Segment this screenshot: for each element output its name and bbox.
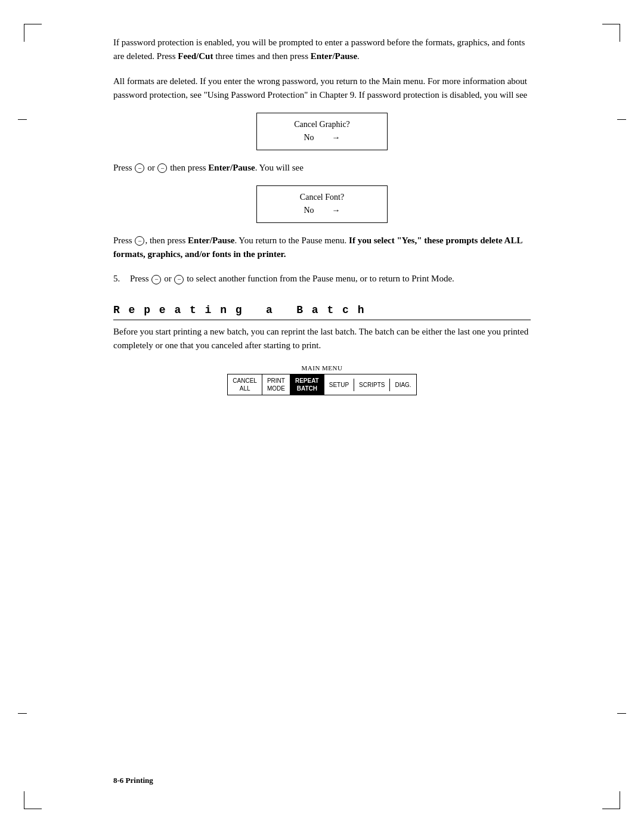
menu-item-repeat-batch: REPEATBATCH [290,374,324,395]
cancel-graphic-line2-row: No → [267,131,377,144]
cancel-font-box: Cancel Font? No → [256,185,388,223]
corner-mark-top-left [24,24,42,42]
cancel-font-line1: Cancel Font? [267,191,377,204]
cancel-graphic-line1: Cancel Graphic? [267,118,377,131]
enter-pause-bold-3: Enter/Pause [188,236,234,245]
menu-label: MAIN MENU [113,364,531,371]
corner-mark-bottom-right [602,791,620,809]
cancel-graphic-box: Cancel Graphic? No → [256,113,388,150]
step-5-item: 5. Press − or − to select another functi… [113,272,531,286]
p2-text: All formats are deleted. If you enter th… [113,76,527,100]
tick-right-bottom [617,713,626,714]
minus-circle-5: − [174,275,184,284]
menu-item-diag: DIAG. [390,379,416,391]
minus-circle-3: − [135,236,144,246]
paragraph-password-protection: If password protection is enabled, you w… [113,36,531,64]
minus-circle-4: − [151,275,161,284]
cancel-graphic-arrow: → [332,131,340,144]
cancel-font-no: No [304,204,314,217]
batch-text: Before you start printing a new batch, y… [113,327,528,350]
paragraph-all-formats: All formats are deleted. If you enter th… [113,75,531,103]
corner-mark-top-right [602,24,620,42]
cancel-graphic-no: No [304,131,314,144]
step-5-text: Press − or − to select another function … [130,272,454,286]
cancel-font-arrow: → [332,204,340,217]
menu-item-setup: SETUP [324,379,354,391]
enter-pause-bold-2: Enter/Pause [208,163,255,172]
minus-circle-1: − [135,163,144,173]
tick-left-bottom [18,713,27,714]
menu-item-print-mode: PRINTMODE [262,374,290,395]
footer-text: 8-6 Printing [113,776,153,785]
menu-diagram: MAIN MENU CANCELALL PRINTMODE REPEATBATC… [113,364,531,395]
press-or-line: Press − or − then press Enter/Pause. You… [113,161,531,175]
paragraph-press-then: Press −, then press Enter/Pause. You ret… [113,234,531,262]
enter-pause-bold-1: Enter/Pause [311,51,357,61]
section-heading-repeating-batch: R e p e a t i n g a B a t c h [113,304,531,320]
cancel-font-line2-row: No → [267,204,377,217]
corner-mark-bottom-left [24,791,42,809]
menu-item-cancel-all: CANCELALL [228,374,262,395]
minus-circle-2: − [157,163,167,173]
p1-text: If password protection is enabled, you w… [113,38,525,61]
menu-item-scripts: SCRIPTS [354,379,390,391]
warning-bold: If you select "Yes," these prompts delet… [113,236,522,259]
paragraph-batch: Before you start printing a new batch, y… [113,325,531,353]
tick-right-top [617,119,626,120]
tick-left-top [18,119,27,120]
menu-bar: CANCELALL PRINTMODE REPEATBATCH SETUP SC… [227,374,416,395]
page-footer: 8-6 Printing [0,775,644,785]
step-5-number: 5. [113,272,125,286]
feed-cut-bold: Feed/Cut [178,51,213,61]
page-content: If password protection is enabled, you w… [113,0,531,395]
